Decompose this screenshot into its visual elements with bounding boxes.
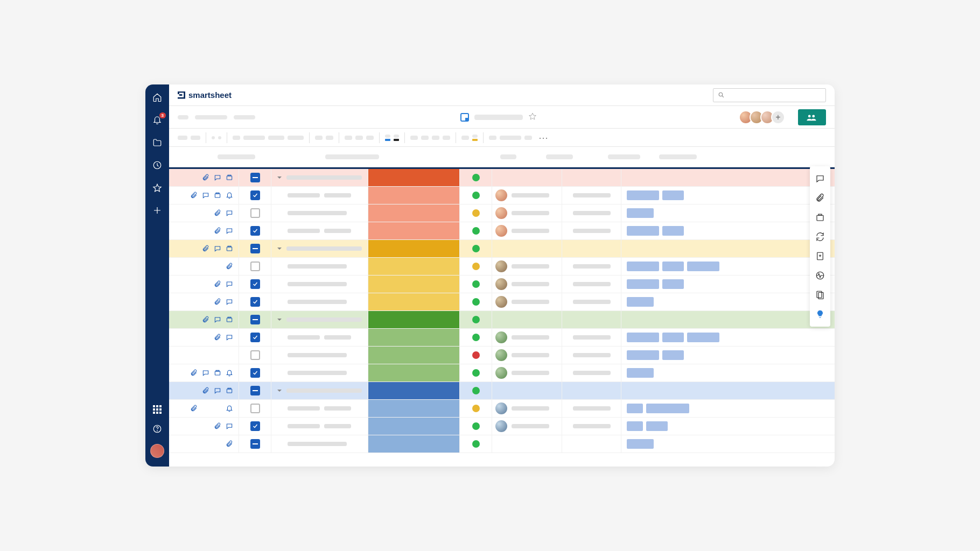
checkbox-cell[interactable] [239, 329, 271, 346]
breadcrumb-segment[interactable] [178, 115, 188, 119]
checkbox-empty[interactable] [250, 404, 260, 413]
notifications-icon[interactable]: 3 [152, 115, 163, 125]
checkbox-cell[interactable] [239, 347, 271, 364]
expand-caret-icon[interactable] [277, 244, 282, 253]
date-cell[interactable] [562, 222, 621, 239]
sheet-grid[interactable] [169, 167, 835, 467]
date-cell[interactable] [562, 187, 621, 204]
attach-icon[interactable] [190, 369, 198, 377]
assistant-panel-icon[interactable] [815, 309, 825, 319]
health-cell[interactable] [460, 240, 492, 257]
toolbar-item[interactable] [489, 136, 496, 140]
comment-icon[interactable] [214, 174, 221, 181]
proof-icon[interactable] [226, 174, 233, 181]
comment-icon[interactable] [226, 422, 233, 430]
tags-cell[interactable] [621, 400, 835, 417]
assignee-cell[interactable] [492, 276, 562, 293]
publish-panel-icon[interactable] [815, 251, 825, 261]
tag-chip[interactable] [687, 333, 719, 342]
activity-log-panel-icon[interactable] [815, 271, 825, 280]
favorite-star-icon[interactable] [528, 112, 537, 123]
assignee-cell[interactable] [492, 382, 562, 399]
task-name-cell[interactable] [271, 293, 368, 310]
status-color-cell[interactable] [368, 311, 460, 328]
toolbar-item[interactable] [243, 136, 265, 140]
tags-cell[interactable] [621, 169, 835, 186]
date-cell[interactable] [562, 204, 621, 222]
health-cell[interactable] [460, 276, 492, 293]
date-cell[interactable] [562, 347, 621, 364]
add-icon[interactable] [152, 205, 163, 216]
apps-icon[interactable] [153, 405, 162, 414]
attach-icon[interactable] [214, 209, 221, 217]
assignee-avatar[interactable] [495, 367, 507, 379]
tags-cell[interactable] [621, 347, 835, 364]
table-row[interactable] [169, 187, 835, 204]
attach-icon[interactable] [214, 422, 221, 430]
reminder-icon[interactable] [226, 192, 233, 199]
highlight-picker[interactable] [472, 135, 478, 141]
task-name-cell[interactable] [271, 222, 368, 239]
comment-icon[interactable] [226, 334, 233, 341]
assignee-cell[interactable] [492, 311, 562, 328]
share-button[interactable] [798, 109, 826, 125]
account-avatar[interactable] [150, 444, 164, 458]
checkbox-check[interactable] [250, 190, 260, 200]
date-cell[interactable] [562, 382, 621, 399]
task-name-cell[interactable] [271, 435, 368, 453]
date-cell[interactable] [562, 258, 621, 275]
table-row[interactable] [169, 347, 835, 364]
assignee-cell[interactable] [492, 364, 562, 382]
tags-cell[interactable] [621, 276, 835, 293]
health-cell[interactable] [460, 187, 492, 204]
date-cell[interactable] [562, 311, 621, 328]
help-icon[interactable] [152, 423, 163, 434]
status-color-cell[interactable] [368, 347, 460, 364]
assignee-cell[interactable] [492, 222, 562, 239]
health-cell[interactable] [460, 204, 492, 222]
status-color-cell[interactable] [368, 240, 460, 257]
checkbox-cell[interactable] [239, 258, 271, 275]
assignee-avatar[interactable] [495, 402, 507, 414]
checkbox-check[interactable] [250, 368, 260, 378]
tags-cell[interactable] [621, 382, 835, 399]
tags-cell[interactable] [621, 329, 835, 346]
toolbar-item[interactable] [461, 136, 469, 140]
status-color-cell[interactable] [368, 276, 460, 293]
date-cell[interactable] [562, 293, 621, 310]
tags-cell[interactable] [621, 187, 835, 204]
toolbar-item[interactable] [410, 136, 418, 140]
health-cell[interactable] [460, 400, 492, 417]
tags-cell[interactable] [621, 240, 835, 257]
date-cell[interactable] [562, 240, 621, 257]
checkbox-cell[interactable] [239, 204, 271, 222]
tag-chip[interactable] [662, 262, 684, 271]
checkbox-cell[interactable] [239, 169, 271, 186]
assignee-avatar[interactable] [495, 225, 507, 237]
attach-icon[interactable] [214, 334, 221, 341]
table-row[interactable] [169, 204, 835, 222]
health-cell[interactable] [460, 258, 492, 275]
toolbar-item[interactable] [421, 136, 429, 140]
toolbar-item[interactable] [432, 136, 439, 140]
toolbar-item[interactable] [288, 136, 304, 140]
brand-logo[interactable]: smartsheet [178, 90, 232, 100]
toolbar-item[interactable] [355, 136, 363, 140]
proof-icon[interactable] [226, 387, 233, 394]
tag-chip[interactable] [627, 439, 654, 449]
tag-chip[interactable] [662, 350, 684, 360]
date-cell[interactable] [562, 418, 621, 435]
task-name-cell[interactable] [271, 329, 368, 346]
table-row[interactable] [169, 329, 835, 347]
assignee-cell[interactable] [492, 435, 562, 453]
favorite-icon[interactable] [152, 182, 163, 193]
column-header[interactable] [500, 154, 516, 159]
assignee-cell[interactable] [492, 400, 562, 417]
expand-caret-icon[interactable] [277, 315, 282, 324]
toolbar-item[interactable] [191, 136, 200, 140]
task-name-cell[interactable] [271, 400, 368, 417]
toolbar-item[interactable] [178, 136, 187, 140]
health-cell[interactable] [460, 311, 492, 328]
health-cell[interactable] [460, 329, 492, 346]
task-name-cell[interactable] [271, 311, 368, 328]
